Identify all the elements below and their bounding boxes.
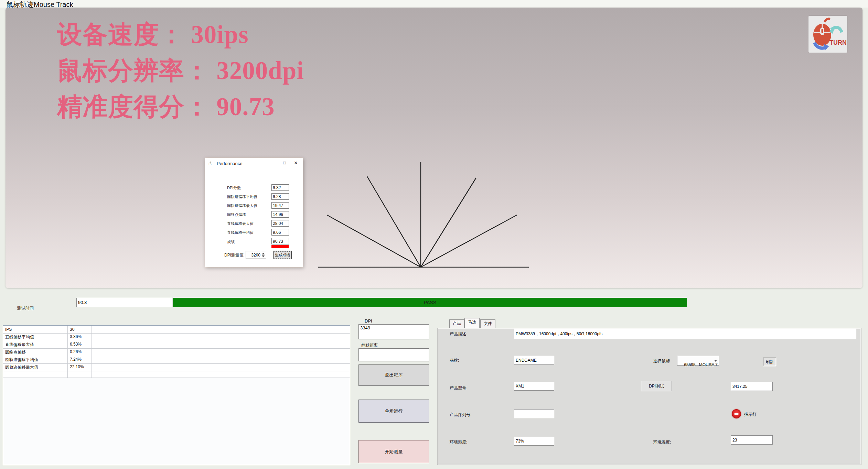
performance-dialog: ☝ Performance — □ ✕ DPI分数 圆轨迹偏移平均值 圆轨迹偏移… [205, 158, 303, 267]
product-desc-input[interactable] [514, 329, 856, 339]
progress-status-text: ...PASS... [420, 300, 440, 305]
silent-distance-label: 静默距离 [361, 342, 378, 348]
temperature-input[interactable] [731, 435, 773, 445]
dpi-measure-label: DPI测量值 [224, 252, 244, 258]
humidity-input[interactable] [514, 437, 554, 446]
serial-number-input[interactable] [514, 409, 554, 418]
table-header-empty [92, 326, 350, 333]
row-name: 直线偏移最大值 [3, 341, 68, 348]
row-value: 22.10% [68, 364, 92, 371]
pointer-hand-icon: ☝ [208, 160, 212, 166]
row-empty [92, 364, 350, 371]
trajectory-fan-lines [310, 155, 537, 272]
tab-motor[interactable]: 马达 [464, 318, 480, 328]
app-window: 鼠标轨迹Mouse Track 设备速度： 30ips 鼠标分辨率： 3200d… [0, 0, 868, 469]
dpi-label: DPI [365, 318, 372, 324]
table-header-ips: IPS [3, 326, 68, 333]
start-measure-button[interactable]: 开始测量 [358, 440, 429, 463]
score-summary: 设备速度： 30ips 鼠标分辨率： 3200dpi 精准度得分： 90.73 [57, 17, 304, 125]
dpi-test-button[interactable]: DPI测试 [641, 381, 672, 391]
table-row[interactable]: 圆轨迹偏移平均值 7.24% [3, 356, 350, 364]
turn-logo-text: TURN [829, 39, 847, 46]
indicator-light-icon [732, 409, 741, 418]
row-empty [92, 334, 350, 341]
dpi-score-label: DPI分数 [227, 185, 241, 190]
mouse-select-label: 选择鼠标 [653, 358, 670, 364]
table-header-row: IPS 30 [3, 326, 350, 334]
row-name: 圆终点偏移 [3, 349, 68, 356]
row-empty [92, 371, 350, 378]
row-name: 圆轨迹偏移最大值 [3, 364, 68, 371]
circle-avg-label: 圆轨迹偏移平均值 [227, 194, 257, 199]
circle-end-label: 圆终点偏移 [227, 212, 246, 217]
row-empty [92, 356, 350, 363]
row-empty [3, 371, 68, 378]
generate-score-button[interactable]: 生成成绩 [273, 251, 292, 259]
row-empty [92, 341, 350, 348]
dpi-measure-value[interactable] [246, 251, 261, 259]
product-panel [437, 328, 861, 465]
mouse-select-value: 65595 MOUSE 7 [684, 362, 717, 367]
dpi-input[interactable] [358, 324, 429, 339]
humidity-label: 环境湿度: [450, 439, 467, 445]
table-row[interactable]: 圆终点偏移 0.26% [3, 349, 350, 356]
tab-file[interactable]: 文件 [480, 319, 495, 328]
turn-logo: TURN [808, 16, 847, 53]
results-table-panel: IPS 30 直线偏移平均值 3.36% 直线偏移最大值 6.53% 圆终点偏移… [3, 325, 350, 465]
minimize-icon[interactable]: — [269, 160, 278, 166]
spinner-buttons[interactable] [261, 251, 266, 259]
table-row[interactable]: 圆轨迹偏移最大值 22.10% [3, 364, 350, 371]
line-avg-field[interactable] [271, 229, 289, 236]
mouse-resolution-line: 鼠标分辨率： 3200dpi [57, 53, 304, 89]
spinner-up-icon[interactable] [262, 253, 265, 254]
score-field[interactable] [271, 238, 289, 244]
dpi-score-field[interactable] [271, 184, 289, 191]
row-empty [92, 349, 350, 356]
spinner-down-icon[interactable] [262, 255, 265, 257]
row-name: 圆轨迹偏移平均值 [3, 356, 68, 363]
circle-max-field[interactable] [271, 202, 289, 209]
test-time-label: 测试时间 [17, 305, 34, 311]
line-avg-label: 直线偏移平均值 [227, 230, 254, 235]
mouse-tail-icon [825, 19, 830, 22]
device-speed-line: 设备速度： 30ips [57, 17, 304, 53]
dpi-measure-spinner[interactable] [246, 251, 266, 259]
indicator-light-label: 指示灯 [744, 412, 757, 417]
chevron-down-icon [714, 360, 717, 362]
table-header-30: 30 [68, 326, 92, 333]
single-step-button[interactable]: 单步运行 [358, 400, 429, 423]
maximize-icon[interactable]: □ [280, 160, 289, 166]
circle-end-field[interactable] [271, 211, 289, 218]
product-model-input[interactable] [514, 382, 554, 391]
close-icon[interactable]: ✕ [291, 160, 300, 166]
row-value: 0.26% [68, 349, 92, 356]
silent-distance-input[interactable] [358, 348, 429, 361]
row-value: 7.24% [68, 356, 92, 363]
line-max-label: 直线偏移最大值 [227, 221, 254, 226]
product-desc-label: 产品描述: [450, 331, 467, 337]
line-max-field[interactable] [271, 220, 289, 227]
refresh-button[interactable]: 刷新 [763, 358, 776, 366]
circle-max-label: 圆轨迹偏移最大值 [227, 203, 257, 208]
table-empty-row [3, 371, 350, 378]
performance-dialog-title: Performance [217, 161, 242, 166]
tab-product[interactable]: 产品 [449, 319, 464, 328]
brand-input[interactable] [514, 356, 554, 365]
dpi-test-value-input[interactable] [731, 382, 773, 391]
serial-number-label: 产品序列号: [450, 412, 471, 418]
score-label: 成绩 [227, 239, 235, 244]
circle-avg-field[interactable] [271, 193, 289, 200]
mouse-select-dropdown[interactable]: 65595 MOUSE 7 [677, 356, 719, 366]
turn-logo-graphic: TURN [808, 16, 847, 53]
table-row[interactable]: 直线偏移平均值 3.36% [3, 334, 350, 341]
table-row[interactable]: 直线偏移最大值 6.53% [3, 341, 350, 349]
window-titlebar [0, 0, 868, 8]
test-time-input[interactable] [76, 298, 172, 307]
row-name: 直线偏移平均值 [3, 334, 68, 341]
product-model-label: 产品型号: [450, 385, 467, 391]
accuracy-score-line: 精准度得分： 90.73 [57, 89, 304, 125]
exit-program-button[interactable]: 退出程序 [358, 364, 429, 386]
row-empty [68, 371, 92, 378]
row-value: 3.36% [68, 334, 92, 341]
score-red-bar [271, 245, 289, 248]
